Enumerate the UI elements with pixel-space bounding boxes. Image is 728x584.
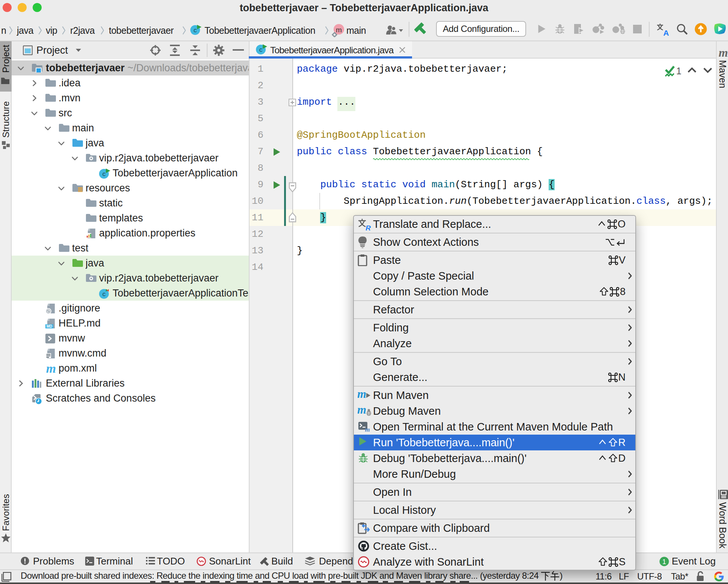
- svg-text:m: m: [365, 426, 370, 432]
- svg-text:1: 1: [662, 558, 666, 566]
- svg-text:c: c: [194, 27, 197, 34]
- svg-text:m: m: [46, 363, 56, 375]
- svg-text:c: c: [259, 46, 263, 53]
- svg-text:m: m: [358, 389, 366, 400]
- svg-text:MD: MD: [47, 324, 53, 328]
- svg-text:R: R: [366, 224, 371, 231]
- svg-text:m: m: [336, 26, 342, 34]
- svg-text:c: c: [102, 170, 106, 178]
- svg-text:m: m: [358, 405, 366, 416]
- svg-text:A: A: [663, 29, 669, 36]
- svg-text:c: c: [102, 290, 106, 298]
